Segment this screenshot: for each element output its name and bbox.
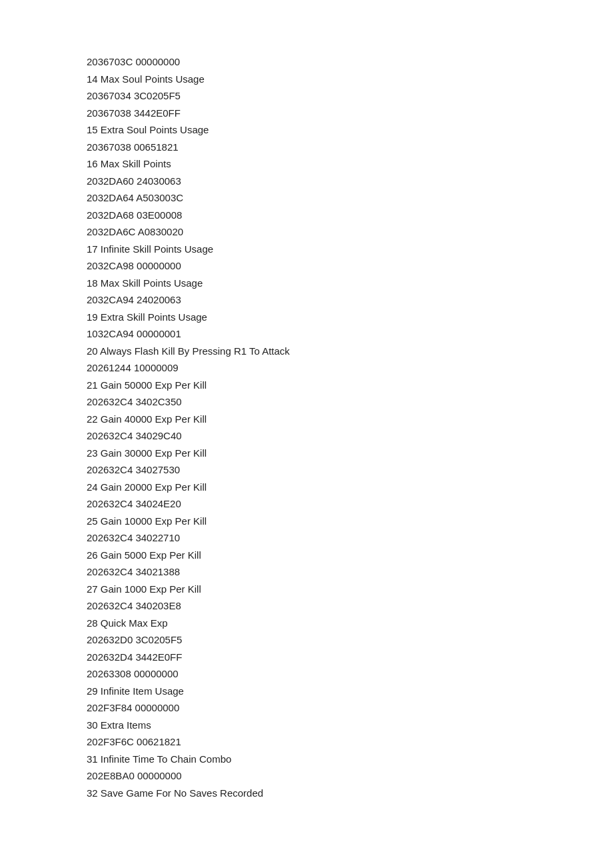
code-line: 2032DA60 24030063 (87, 173, 613, 190)
code-line: 202632C4 340203E8 (87, 597, 613, 615)
code-line: 202632C4 3402C350 (87, 393, 613, 411)
code-line: 32 Save Game For No Saves Recorded (87, 785, 613, 802)
code-line: 14 Max Soul Points Usage (87, 71, 613, 88)
code-line: 202632C4 34027530 (87, 461, 613, 479)
code-line: 30 Extra Items (87, 717, 613, 734)
code-line: 202632D0 3C0205F5 (87, 631, 613, 649)
code-line: 23 Gain 30000 Exp Per Kill (87, 445, 613, 462)
code-line: 2036703C 00000000 (87, 53, 613, 71)
code-line: 202632C4 34024E20 (87, 495, 613, 513)
code-line: 27 Gain 1000 Exp Per Kill (87, 581, 613, 598)
code-line: 17 Infinite Skill Points Usage (87, 241, 613, 258)
code-line: 20367038 3442E0FF (87, 105, 613, 122)
code-line: 2032DA64 A503003C (87, 189, 613, 207)
code-line: 22 Gain 40000 Exp Per Kill (87, 411, 613, 428)
code-line: 2032DA6C A0830020 (87, 223, 613, 241)
code-line: 29 Infinite Item Usage (87, 683, 613, 700)
code-line: 202F3F6C 00621821 (87, 733, 613, 751)
code-line: 202632C4 34021388 (87, 563, 613, 581)
code-line: 2032DA68 03E00008 (87, 207, 613, 224)
code-line: 2032CA94 24020063 (87, 291, 613, 309)
code-line: 202F3F84 00000000 (87, 699, 613, 717)
code-line: 31 Infinite Time To Chain Combo (87, 751, 613, 768)
code-line: 20367038 00651821 (87, 139, 613, 156)
code-line: 19 Extra Skill Points Usage (87, 309, 613, 326)
code-line: 20263308 00000000 (87, 665, 613, 683)
code-line: 202632C4 34029C40 (87, 427, 613, 445)
code-line: 16 Max Skill Points (87, 155, 613, 173)
code-line: 20261244 10000009 (87, 359, 613, 377)
code-line: 21 Gain 50000 Exp Per Kill (87, 377, 613, 394)
code-line: 25 Gain 10000 Exp Per Kill (87, 513, 613, 530)
code-line: 26 Gain 5000 Exp Per Kill (87, 547, 613, 564)
code-line: 202632C4 34022710 (87, 529, 613, 547)
code-line: 202E8BA0 00000000 (87, 767, 613, 785)
code-line: 202632D4 3442E0FF (87, 649, 613, 666)
code-line: 15 Extra Soul Points Usage (87, 121, 613, 139)
code-line: 1032CA94 00000001 (87, 325, 613, 343)
code-line: 28 Quick Max Exp (87, 615, 613, 632)
main-content: 2036703C 0000000014 Max Soul Points Usag… (87, 53, 613, 801)
code-line: 24 Gain 20000 Exp Per Kill (87, 479, 613, 496)
code-line: 20367034 3C0205F5 (87, 87, 613, 105)
code-line: 2032CA98 00000000 (87, 257, 613, 275)
code-line: 18 Max Skill Points Usage (87, 275, 613, 292)
code-line: 20 Always Flash Kill By Pressing R1 To A… (87, 343, 613, 360)
